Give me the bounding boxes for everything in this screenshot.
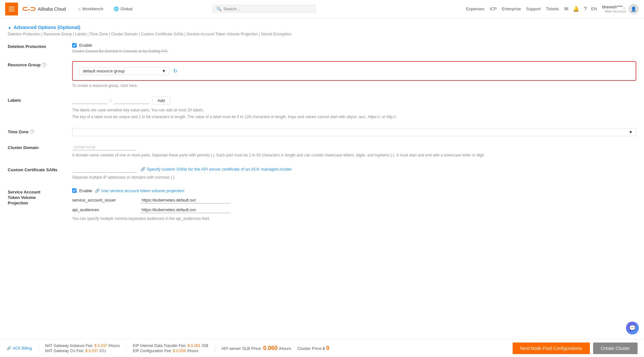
service-account-row: Service Account Token Volume Projection … (8, 188, 636, 222)
icp-link[interactable]: ICP (490, 6, 497, 11)
link-icon: 🔗 (140, 167, 146, 172)
service-account-table: service_account_issuer api_audiences (72, 197, 636, 213)
lang-selector[interactable]: EN (591, 6, 597, 11)
service-account-label-line3: Projection (8, 201, 28, 205)
deletion-protection-checkbox-row: Enable (72, 43, 636, 48)
service-account-label-line1: Service Account (8, 190, 40, 194)
search-icon: 🔍 (216, 6, 222, 11)
time-zone-arrow: ▼ (629, 130, 633, 135)
nav-icons: ✉ 🔔 ? EN (564, 6, 597, 12)
link2-icon: 🔗 (95, 188, 100, 193)
avatar: 👤 (629, 4, 639, 14)
user-role: Main Account (602, 9, 626, 13)
chat-bubble[interactable]: 💬 (626, 322, 639, 334)
custom-cert-input[interactable] (72, 166, 137, 173)
service-account-enable-row: Enable 🔗 Use service account token volum… (72, 188, 636, 193)
resource-group-dropdown-arrow: ▼ (162, 69, 166, 73)
sa-audiences-input[interactable] (140, 207, 231, 213)
custom-cert-label-line1: Custom Certificate (8, 167, 45, 172)
search-bar: 🔍 (213, 5, 316, 13)
cluster-domain-label: Cluster Domain (8, 144, 72, 150)
custom-cert-link[interactable]: 🔗 Specify custom SANs for the API server… (140, 167, 292, 172)
custom-certificate-content: 🔗 Specify custom SANs for the API server… (72, 166, 636, 181)
service-account-link[interactable]: 🔗 Use service account token volume proje… (95, 188, 184, 193)
cluster-domain-row: Cluster Domain A domain name consists of… (8, 144, 636, 158)
user-info: bhavesh****... Main Account (602, 5, 626, 13)
deletion-protection-checkbox[interactable] (72, 43, 77, 48)
cluster-domain-input[interactable] (72, 144, 137, 150)
section-header: ▲ Advanced Options (Optional) (8, 24, 636, 30)
workbench-label: Workbench (82, 6, 103, 11)
label-value-input[interactable] (114, 98, 149, 104)
search-input[interactable] (223, 6, 312, 11)
resource-group-highlighted-wrapper: default resource group ▼ ↻ (72, 61, 636, 81)
label-colon: : (110, 98, 111, 103)
home-icon: ⌂ (78, 6, 81, 11)
tickets-link[interactable]: Tickets (546, 6, 559, 11)
sa-issuer-row: service_account_issuer (72, 197, 636, 203)
deletion-protection-row: Deletion Protection Enable Cluster Canno… (8, 43, 636, 53)
service-account-checkbox[interactable] (72, 188, 77, 193)
time-zone-select[interactable]: ▼ (72, 128, 636, 136)
hamburger-icon (9, 7, 14, 11)
user-area[interactable]: bhavesh****... Main Account 👤 (602, 4, 639, 14)
cluster-domain-content: A domain name consists of one or more pa… (72, 144, 636, 158)
section-nav: Deletion Protection | Resource Group | L… (8, 32, 636, 36)
sa-audiences-row: api_audiences (72, 207, 636, 213)
labels-help-1: The labels are case-sensitive key-value … (72, 107, 636, 113)
expenses-link[interactable]: Expenses (466, 6, 485, 11)
resource-group-refresh-button[interactable]: ↻ (173, 68, 177, 74)
support-link[interactable]: Support (526, 6, 541, 11)
sa-audiences-key: api_audiences (72, 207, 137, 212)
resource-group-select[interactable]: default resource group ▼ (79, 67, 169, 75)
service-account-label-line2: Token Volume (8, 195, 36, 200)
custom-certificate-label: Custom Certificate SANs (8, 166, 72, 172)
service-account-content: Enable 🔗 Use service account token volum… (72, 188, 636, 222)
cert-input-row: 🔗 Specify custom SANs for the API server… (72, 166, 636, 173)
main-content: ▲ Advanced Options (Optional) Deletion P… (0, 18, 644, 339)
logo-area: ⊂-⊃ Alibaba Cloud (22, 5, 66, 13)
mail-icon[interactable]: ✉ (564, 6, 568, 12)
labels-inputs: : Add (72, 97, 636, 105)
alibaba-cloud-logo-icon: ⊂-⊃ (22, 5, 36, 13)
time-zone-info-icon: ? (30, 129, 34, 134)
resource-group-selected-value: default resource group (83, 69, 125, 73)
globe-icon: 🌐 (114, 6, 119, 11)
time-zone-label: Time Zone ? (8, 128, 72, 134)
sa-help-text: You can specify multiple comma-separated… (72, 216, 636, 222)
global-label: Global (120, 6, 133, 11)
top-nav: ⊂-⊃ Alibaba Cloud ⌂ Workbench 🌐 Global 🔍… (0, 0, 644, 18)
deletion-protection-content: Enable Cluster Cannot Be Deleted in Cons… (72, 43, 636, 53)
resource-group-content: default resource group ▼ ↻ To create a r… (72, 61, 636, 89)
labels-content: : Add The labels are case-sensitive key-… (72, 97, 636, 120)
cluster-domain-help: A domain name consists of one or more pa… (72, 152, 636, 158)
labels-row: Labels : Add The labels are case-sensiti… (8, 97, 636, 120)
sa-issuer-input[interactable] (140, 197, 231, 203)
label-key-input[interactable] (72, 98, 108, 104)
chat-icon: 💬 (629, 324, 636, 332)
service-account-label: Service Account Token Volume Projection (8, 188, 72, 205)
time-zone-content: ▼ (72, 128, 636, 136)
enterprise-link[interactable]: Enterprise (502, 6, 521, 11)
global-nav-item[interactable]: 🌐 Global (110, 6, 136, 11)
section-title: Advanced Options (Optional) (14, 24, 80, 30)
sa-issuer-key: service_account_issuer (72, 198, 137, 202)
hamburger-button[interactable] (5, 3, 18, 15)
deletion-protection-enable-label: Enable (79, 43, 92, 48)
workbench-nav-item[interactable]: ⌂ Workbench (75, 6, 107, 11)
resource-group-label: Resource Group ? (8, 61, 72, 67)
time-zone-row: Time Zone ? ▼ (8, 128, 636, 136)
custom-certificate-row: Custom Certificate SANs 🔗 Specify custom… (8, 166, 636, 181)
resource-group-row: Resource Group ? default resource group … (8, 61, 636, 89)
resource-group-help: To create a resource group, click here. (72, 83, 138, 88)
section-toggle-icon[interactable]: ▲ (8, 25, 12, 30)
labels-help-2: The key of a label must be unique and 1 … (72, 114, 636, 120)
nav-right: Expenses ICP Enterprise Support Tickets … (466, 4, 639, 14)
custom-cert-help: Separate multiple IP addresses or domain… (72, 174, 636, 181)
custom-cert-label-line2: SANs (46, 167, 58, 172)
labels-label: Labels (8, 97, 72, 103)
question-icon[interactable]: ? (584, 6, 587, 12)
resource-group-info-icon: ? (42, 63, 46, 67)
bell-icon[interactable]: 🔔 (573, 6, 579, 12)
label-add-button[interactable]: Add (152, 97, 170, 105)
